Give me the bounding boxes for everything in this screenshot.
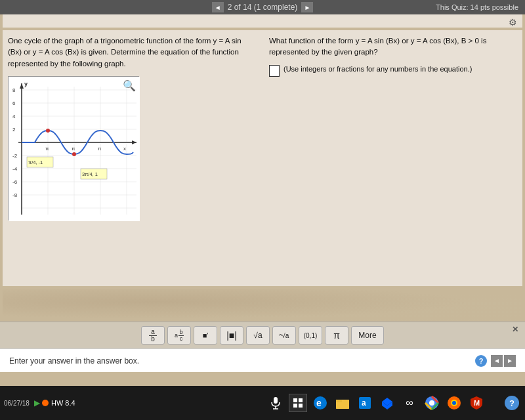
svg-text:-4: -4 <box>12 166 18 172</box>
svg-text:3π/4, 1: 3π/4, 1 <box>82 171 98 177</box>
quiz-info: This Quiz: 14 pts possible <box>436 3 518 11</box>
hw-badge: HW 8.4 <box>42 399 75 407</box>
svg-text:M: M <box>474 399 480 407</box>
pi-button[interactable]: π <box>325 326 348 345</box>
svg-text:π/4, -1: π/4, -1 <box>28 159 43 165</box>
math-toolbar: a b a b c ■' |■| √a ⁿ√a (0,1) π More <box>141 326 384 345</box>
svg-rect-45 <box>293 404 297 408</box>
prev-question-btn[interactable]: ◄ <box>212 2 224 12</box>
taskbar-icons: e a ∞ <box>266 394 521 412</box>
next-question-btn[interactable]: ► <box>301 2 313 12</box>
svg-text:-2: -2 <box>12 153 18 159</box>
svg-point-33 <box>72 152 76 156</box>
math-toolbar-wrapper: ✕ a b a b c ■' |■| √a ⁿ√a (0,1) π More <box>0 322 525 348</box>
settings-icon[interactable]: ⚙ <box>509 17 517 28</box>
svg-text:y: y <box>24 81 28 87</box>
answer-input-field[interactable] <box>269 65 280 77</box>
chrome-icon[interactable] <box>423 394 441 412</box>
fraction-button[interactable]: a b <box>141 326 165 345</box>
answer-row: Enter your answer in the answer box. ? ◄… <box>0 348 525 372</box>
store-icon[interactable]: a <box>356 394 374 412</box>
svg-rect-46 <box>299 404 303 408</box>
progress-text: 2 of 14 (1 complete) <box>228 3 298 12</box>
svg-rect-44 <box>299 398 303 402</box>
svg-text:8: 8 <box>12 87 16 93</box>
svg-text:6: 6 <box>12 100 16 106</box>
sqrt-button[interactable]: √a <box>246 326 270 345</box>
svg-text:a: a <box>362 398 366 408</box>
svg-text:2: 2 <box>12 127 16 133</box>
nth-root-button[interactable]: ⁿ√a <box>272 326 296 345</box>
svg-rect-51 <box>336 400 349 409</box>
close-toolbar-btn[interactable]: ✕ <box>512 325 518 334</box>
svg-point-34 <box>46 129 50 133</box>
answer-box-area: (Use integers or fractions for any numbe… <box>269 65 517 77</box>
main-content: One cycle of the graph of a trigonometri… <box>3 30 522 286</box>
settings-row: ⚙ <box>3 14 522 28</box>
flag-icon[interactable]: ▶ <box>34 398 40 408</box>
hw-label: HW 8.4 <box>51 399 75 407</box>
graph-container: 🔍 <box>8 76 139 220</box>
edge-icon[interactable]: e <box>311 394 329 412</box>
answer-hint-text: (Use integers or fractions for any numbe… <box>284 65 472 73</box>
taskbar-help-btn[interactable]: ? <box>503 394 521 412</box>
background-area <box>3 289 522 322</box>
quiz-navigation: ◄ 2 of 14 (1 complete) ► <box>212 2 314 12</box>
svg-text:-6: -6 <box>12 179 18 185</box>
trig-graph: 8 6 4 2 -2 -4 -6 -8 y π π π x <box>9 77 140 221</box>
right-question-text: What function of the form y = A sin (Bx)… <box>269 35 517 58</box>
top-bar: ◄ 2 of 14 (1 complete) ► This Quiz: 14 p… <box>0 0 525 14</box>
answer-next-btn[interactable]: ► <box>504 355 516 367</box>
svg-text:π: π <box>98 146 102 152</box>
svg-point-58 <box>429 400 434 406</box>
taskbar-date: 06/27/18 <box>4 400 30 407</box>
firefox-icon[interactable] <box>445 394 463 412</box>
taskbar-windows-btn[interactable] <box>289 394 307 412</box>
left-panel: One cycle of the graph of a trigonometri… <box>8 35 256 281</box>
svg-text:e: e <box>316 398 322 408</box>
svg-text:4: 4 <box>12 114 16 119</box>
left-question-text: One cycle of the graph of a trigonometri… <box>8 35 256 70</box>
svg-text:-8: -8 <box>12 192 18 198</box>
svg-point-61 <box>452 401 456 405</box>
answer-prev-btn[interactable]: ◄ <box>491 355 503 367</box>
zoom-icon[interactable]: 🔍 <box>123 79 136 92</box>
svg-text:π: π <box>72 146 75 152</box>
coordinate-button[interactable]: (0,1) <box>299 326 322 345</box>
question-area: One cycle of the graph of a trigonometri… <box>3 30 522 286</box>
mixed-fraction-button[interactable]: a b c <box>167 326 191 345</box>
help-button[interactable]: ? <box>475 355 487 367</box>
file-explorer-icon[interactable] <box>333 394 352 412</box>
dropbox-icon[interactable] <box>378 394 396 412</box>
loop-icon[interactable]: ∞ <box>400 394 419 412</box>
microphone-icon[interactable] <box>266 394 285 412</box>
svg-rect-43 <box>293 398 297 402</box>
right-panel: What function of the form y = A sin (Bx)… <box>262 35 517 281</box>
start-area: 06/27/18 ▶ HW 8.4 <box>4 398 75 408</box>
more-button[interactable]: More <box>351 326 384 345</box>
answer-navigation: ◄ ► <box>491 355 516 367</box>
svg-text:x: x <box>123 146 126 152</box>
answer-placeholder-text: Enter your answer in the answer box. <box>9 356 139 366</box>
taskbar: 06/27/18 ▶ HW 8.4 <box>0 386 525 420</box>
absolute-value-button[interactable]: |■| <box>220 326 243 345</box>
svg-text:π: π <box>45 146 49 152</box>
antivirus-icon[interactable]: M <box>467 394 486 412</box>
hw-dot <box>42 400 49 406</box>
svg-rect-40 <box>274 397 278 404</box>
prime-button[interactable]: ■' <box>194 326 217 345</box>
answer-controls: ? ◄ ► <box>475 355 516 367</box>
